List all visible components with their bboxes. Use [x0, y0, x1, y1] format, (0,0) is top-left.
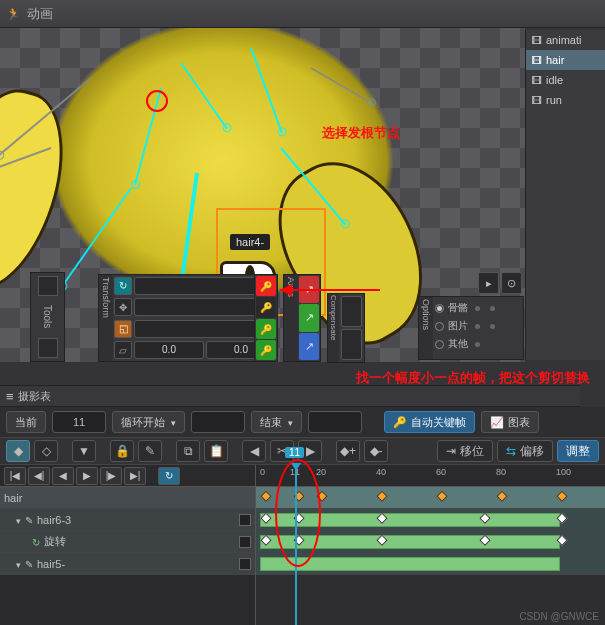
step-back[interactable]: ◀| — [28, 467, 50, 485]
axes-panel: Axes ↗ ↗ ↗ — [283, 274, 321, 362]
keyframe[interactable] — [260, 490, 271, 501]
track-toggle[interactable] — [239, 514, 251, 526]
key-scale[interactable] — [256, 319, 276, 339]
dot-icon — [490, 306, 495, 311]
keyframe[interactable] — [436, 490, 447, 501]
offset-button[interactable]: ⇆偏移 — [497, 440, 553, 462]
compensate-panel: Compensate — [327, 293, 365, 363]
loop-start-field[interactable] — [191, 411, 245, 433]
tool-create[interactable]: ⊙ — [501, 272, 522, 294]
play-forward[interactable]: ▶ — [76, 467, 98, 485]
transport-controls: |◀ ◀| ◀ ▶ |▶ ▶| ↻ — [0, 465, 255, 487]
tool-button[interactable] — [38, 276, 58, 296]
tool-button[interactable] — [38, 338, 58, 358]
key-panel — [254, 274, 278, 362]
end-field[interactable] — [308, 411, 362, 433]
animation-list-panel: animati hair idle run — [525, 30, 605, 360]
current-frame-field[interactable]: 11 — [52, 411, 106, 433]
shift-button[interactable]: ⇥移位 — [437, 440, 493, 462]
rotate-icon — [32, 536, 40, 548]
radio-icon — [435, 304, 444, 313]
animation-label: run — [546, 94, 562, 106]
option-row[interactable]: 其他 — [435, 335, 521, 353]
dopesheet-header: 摄影表 — [0, 385, 580, 407]
shift-icon: ⇥ — [446, 444, 456, 458]
goto-start[interactable]: |◀ — [4, 467, 26, 485]
compensate-bone[interactable] — [341, 329, 362, 360]
key-icon — [260, 344, 272, 356]
paste-button[interactable]: 📋 — [204, 440, 228, 462]
dot-icon — [475, 324, 480, 329]
track-label: hair5- — [37, 558, 65, 570]
axis-x[interactable]: ↗ — [299, 276, 319, 303]
compensate-image[interactable] — [341, 296, 362, 327]
animation-item-selected[interactable]: hair — [526, 50, 605, 70]
graph-button[interactable]: 📈图表 — [481, 411, 539, 433]
expand-icon[interactable] — [16, 514, 21, 526]
axis-z[interactable]: ↗ — [299, 333, 319, 360]
radio-icon — [435, 340, 444, 349]
ruler-tick: 40 — [376, 467, 386, 477]
shear-button[interactable]: ▱ — [114, 341, 132, 359]
track-toggle[interactable] — [239, 558, 251, 570]
track-label: hair — [4, 492, 22, 504]
animation-icon — [6, 7, 21, 21]
key-rotate[interactable] — [256, 276, 276, 296]
edit-button[interactable]: ✎ — [138, 440, 162, 462]
radio-icon — [435, 322, 444, 331]
expand-icon[interactable] — [16, 558, 21, 570]
dopesheet-controls-row: 当前 11 循环开始 结束 🔑自动关键帧 📈图表 — [0, 407, 605, 437]
animation-item[interactable]: idle — [526, 70, 605, 90]
filter-bones[interactable]: ◇ — [34, 440, 58, 462]
rotate-button[interactable]: ↻ — [114, 277, 132, 295]
scale-button[interactable]: ◱ — [114, 320, 132, 338]
goto-end[interactable]: ▶| — [124, 467, 146, 485]
offset-icon: ⇆ — [506, 444, 516, 458]
del-key[interactable]: ◆- — [364, 440, 388, 462]
key-icon — [260, 301, 272, 313]
track-header[interactable]: hair — [0, 487, 255, 509]
animation-item[interactable]: run — [526, 90, 605, 110]
step-forward[interactable]: |▶ — [100, 467, 122, 485]
lock-button[interactable]: 🔒 — [110, 440, 134, 462]
loop-start-button[interactable]: 循环开始 — [112, 411, 185, 433]
menu-icon[interactable] — [6, 389, 14, 404]
track-header[interactable]: hair5- — [0, 553, 255, 575]
ruler-tick: 0 — [260, 467, 265, 477]
current-frame-label: 当前 — [6, 411, 46, 433]
keyframe[interactable] — [556, 490, 567, 501]
translate-button[interactable]: ✥ — [114, 298, 132, 316]
animation-label: idle — [546, 74, 563, 86]
add-key[interactable]: ◆+ — [336, 440, 360, 462]
ruler-tick: 100 — [556, 467, 571, 477]
tools-panel: Tools — [30, 272, 65, 362]
tool-pointer[interactable]: ▸ — [478, 272, 499, 294]
filter-keyed[interactable]: ◆ — [6, 440, 30, 462]
graph-icon: 📈 — [490, 416, 504, 429]
option-row[interactable]: 图片 — [435, 317, 521, 335]
keyframe[interactable] — [376, 490, 387, 501]
play-back[interactable]: ◀ — [52, 467, 74, 485]
adjust-button[interactable]: 调整 — [557, 440, 599, 462]
axis-y[interactable]: ↗ — [299, 304, 319, 331]
track-header[interactable]: 旋转 — [0, 531, 255, 553]
autokey-button[interactable]: 🔑自动关键帧 — [384, 411, 475, 433]
track-toggle[interactable] — [239, 536, 251, 548]
filter-toggle[interactable]: ▼ — [72, 440, 96, 462]
loop-toggle[interactable]: ↻ — [158, 467, 180, 485]
prev-key[interactable]: ◀ — [242, 440, 266, 462]
copy-button[interactable]: ⧉ — [176, 440, 200, 462]
option-row[interactable]: 骨骼 — [435, 299, 521, 317]
titlebar: 动画 — [0, 0, 605, 28]
options-panel: Options 骨骼 图片 其他 — [418, 296, 524, 360]
playhead-frame: 11 — [285, 447, 304, 458]
options-label: Options — [419, 297, 433, 359]
keyframe[interactable] — [496, 490, 507, 501]
end-button[interactable]: 结束 — [251, 411, 302, 433]
bone-icon — [25, 558, 33, 570]
track-header[interactable]: hair6-3 — [0, 509, 255, 531]
key-shear[interactable] — [256, 340, 276, 360]
animation-item[interactable]: animati — [526, 30, 605, 50]
key-translate[interactable] — [256, 297, 276, 317]
pos-x[interactable]: 0.0 — [134, 341, 204, 359]
